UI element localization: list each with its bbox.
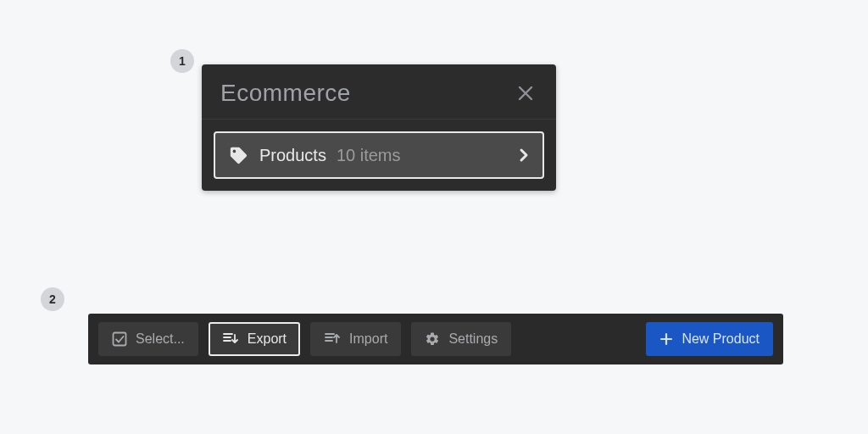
button-label: New Product [682,331,760,347]
step-badge-2: 2 [41,287,64,311]
button-label: Settings [448,331,498,347]
panel-header: Ecommerce [202,64,556,120]
chevron-right-icon [519,147,529,163]
import-button[interactable]: Import [310,322,401,356]
button-label: Export [248,331,287,347]
ecommerce-panel: Ecommerce Products 10 items [202,64,556,191]
step-badge-1: 1 [170,49,194,73]
svg-rect-0 [114,333,126,346]
step-number: 1 [179,54,186,68]
export-icon [222,331,239,347]
close-icon[interactable] [514,81,537,105]
button-label: Select... [136,331,185,347]
panel-title: Ecommerce [220,80,351,107]
row-label: Products [259,146,326,165]
checkbox-icon [112,331,127,347]
new-product-button[interactable]: New Product [646,322,773,356]
row-count: 10 items [337,146,519,165]
plus-icon [659,332,673,346]
step-number: 2 [49,292,56,306]
settings-button[interactable]: Settings [411,322,511,356]
export-button[interactable]: Export [209,322,300,356]
gear-icon [425,331,440,347]
button-label: Import [349,331,387,347]
tag-icon [229,146,248,164]
import-icon [324,331,341,347]
products-row[interactable]: Products 10 items [214,131,544,179]
products-toolbar: Select... Export Import Settin [88,314,783,364]
select-button[interactable]: Select... [98,322,198,356]
